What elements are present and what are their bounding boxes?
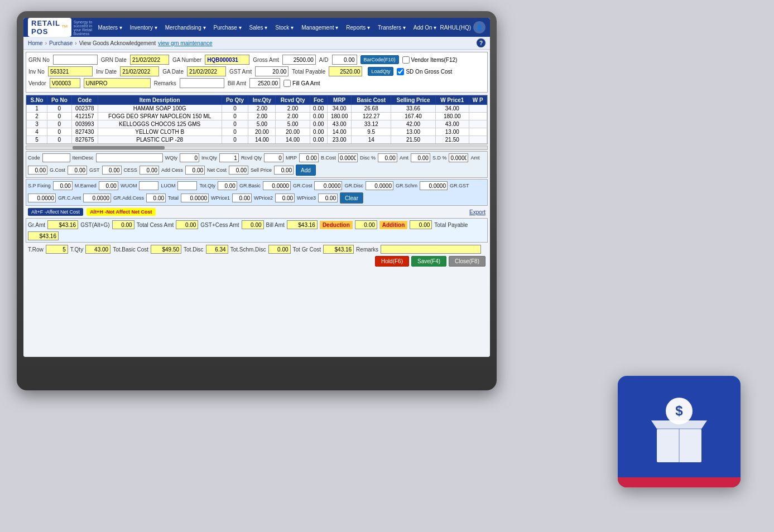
disc-input[interactable] bbox=[378, 153, 397, 162]
spfixing-input[interactable] bbox=[53, 181, 73, 190]
cess-input[interactable] bbox=[140, 166, 159, 175]
amt2-input[interactable] bbox=[28, 166, 47, 175]
wuom-input[interactable] bbox=[139, 181, 158, 190]
total-cess-value[interactable] bbox=[176, 220, 198, 229]
bcost-input[interactable] bbox=[338, 153, 358, 162]
cell-sell-price: 33.66 bbox=[391, 105, 435, 113]
help-icon[interactable]: ? bbox=[477, 38, 485, 47]
grn-no-input[interactable] bbox=[53, 55, 98, 65]
remarks-input[interactable] bbox=[180, 78, 224, 88]
export-link[interactable]: Export bbox=[469, 209, 485, 215]
t-qty-value[interactable] bbox=[85, 245, 110, 254]
breadcrumb-purchase[interactable]: Purchase bbox=[49, 40, 73, 46]
inv-date-input[interactable] bbox=[120, 66, 159, 76]
gst-cess-value[interactable] bbox=[242, 220, 264, 229]
amt-input[interactable] bbox=[411, 153, 430, 162]
t-row-value[interactable] bbox=[46, 245, 68, 254]
save-button[interactable]: Save(F4) bbox=[411, 256, 446, 267]
gr-amt-value[interactable] bbox=[47, 220, 78, 229]
total-payable-input[interactable] bbox=[329, 66, 362, 76]
table-row[interactable]: 1 0 002378 HAMAM SOAP 100G 0 2.00 2.00 0… bbox=[27, 105, 487, 113]
nav-management[interactable]: Management ▾ bbox=[298, 23, 342, 32]
nav-purchase[interactable]: Purchase ▾ bbox=[210, 23, 245, 32]
sd-gross-checkbox[interactable] bbox=[397, 68, 404, 75]
totqty-input[interactable] bbox=[218, 181, 237, 190]
nav-sales[interactable]: Sales ▾ bbox=[246, 23, 271, 32]
grbasic-input[interactable] bbox=[263, 181, 291, 190]
scroll-indicator[interactable] bbox=[26, 146, 488, 150]
fill-ga-checkbox[interactable] bbox=[283, 80, 291, 87]
wprice3-input[interactable] bbox=[318, 194, 338, 202]
clear-button[interactable]: Clear bbox=[340, 192, 363, 204]
nav-merchandising[interactable]: Merchandising ▾ bbox=[162, 23, 209, 32]
rcvdqty-input[interactable] bbox=[264, 153, 283, 162]
wprice2-input[interactable] bbox=[275, 194, 295, 202]
bill-amt-sum-value[interactable] bbox=[287, 220, 318, 229]
tot-basic-value[interactable] bbox=[151, 245, 181, 254]
mearned-input[interactable] bbox=[99, 181, 118, 190]
addition-value[interactable] bbox=[410, 220, 432, 229]
code-input[interactable] bbox=[42, 153, 70, 162]
mrp-input[interactable] bbox=[299, 153, 319, 162]
tot-schm-value[interactable] bbox=[268, 245, 291, 254]
grdisc-input[interactable] bbox=[366, 181, 393, 190]
gst-alt-value[interactable] bbox=[112, 220, 134, 229]
luom-input[interactable] bbox=[177, 181, 197, 190]
nav-stock[interactable]: Stock ▾ bbox=[272, 23, 297, 32]
nav-addon[interactable]: Add On ▾ bbox=[410, 23, 440, 32]
grschm-input[interactable] bbox=[420, 181, 448, 190]
grcamt-input[interactable] bbox=[83, 194, 111, 202]
inv-no-input[interactable] bbox=[48, 66, 93, 76]
grn-no-label: GRN No bbox=[28, 57, 50, 63]
gst-input[interactable] bbox=[102, 166, 122, 175]
nav-transfers[interactable]: Transfers ▾ bbox=[374, 23, 409, 32]
ga-date-input[interactable] bbox=[187, 66, 226, 76]
invqty-input[interactable] bbox=[219, 153, 239, 162]
cell-poqty: 0 bbox=[222, 105, 248, 113]
add-button[interactable]: Add bbox=[296, 165, 316, 176]
addcess-input[interactable] bbox=[185, 166, 205, 175]
remarks-sum-input[interactable] bbox=[381, 245, 481, 254]
table-row[interactable]: 4 0 827430 YELLOW CLOTH B 0 20.00 20.00 … bbox=[27, 128, 487, 136]
cell-poqty: 0 bbox=[222, 136, 248, 144]
table-row[interactable]: 5 0 827675 PLASTIC CLIP -28 0 14.00 14.0… bbox=[27, 136, 487, 144]
wprice1-input[interactable] bbox=[232, 194, 252, 202]
barcode-btn[interactable]: BarCode(F10) bbox=[360, 55, 399, 64]
grcost-label: GR.Cost bbox=[293, 183, 313, 188]
grgst-input[interactable] bbox=[28, 194, 56, 202]
tot-gr-cost-value[interactable] bbox=[323, 245, 354, 254]
gst-amt-input[interactable] bbox=[255, 66, 289, 76]
table-row[interactable]: 2 0 412157 FOGG DEO SPRAY NAPOLEON 150 M… bbox=[27, 113, 487, 120]
vendor-code-input[interactable] bbox=[50, 78, 80, 88]
breadcrumb-grn-link[interactable]: view grn maintenance bbox=[158, 40, 212, 46]
hold-button[interactable]: Hold(F6) bbox=[375, 256, 409, 267]
graddcess-input[interactable] bbox=[146, 194, 166, 202]
nav-reports[interactable]: Reports ▾ bbox=[343, 23, 373, 32]
vendor-items-checkbox[interactable] bbox=[402, 56, 410, 64]
vendor-name-input[interactable] bbox=[84, 78, 151, 88]
ga-number-input[interactable] bbox=[205, 55, 249, 65]
gcost-input[interactable] bbox=[68, 166, 87, 175]
grcost-input[interactable] bbox=[314, 181, 342, 190]
deduction-value[interactable] bbox=[355, 220, 377, 229]
itemdesc-input[interactable] bbox=[96, 153, 163, 162]
total-payable-sum-value[interactable] bbox=[28, 231, 59, 240]
nav-masters[interactable]: Masters ▾ bbox=[94, 23, 125, 32]
table-row[interactable]: 3 0 003993 KELLOGGS CHOCOS 125 GMS 0 5.0… bbox=[27, 120, 487, 128]
grn-date-input[interactable] bbox=[130, 55, 169, 65]
netcost-input[interactable] bbox=[229, 166, 248, 175]
sd-input[interactable] bbox=[449, 153, 468, 162]
breadcrumb-home[interactable]: Home bbox=[28, 40, 43, 46]
wqty-input[interactable] bbox=[180, 153, 199, 162]
tot-disc-value[interactable] bbox=[206, 245, 228, 254]
gross-amt-input[interactable] bbox=[282, 55, 316, 65]
nav-inventory[interactable]: Inventory ▾ bbox=[127, 23, 161, 32]
load-qty-btn[interactable]: LoadQty bbox=[368, 67, 393, 76]
gross-amt-label: Gross Amt bbox=[253, 57, 279, 63]
sellprice-input[interactable] bbox=[274, 166, 294, 175]
total-input[interactable] bbox=[181, 194, 209, 202]
ad-input[interactable] bbox=[332, 55, 357, 65]
bill-amt-input[interactable] bbox=[249, 78, 280, 88]
cell-mrp: 23.00 bbox=[327, 136, 352, 144]
close-button[interactable]: Close(F8) bbox=[449, 256, 485, 267]
